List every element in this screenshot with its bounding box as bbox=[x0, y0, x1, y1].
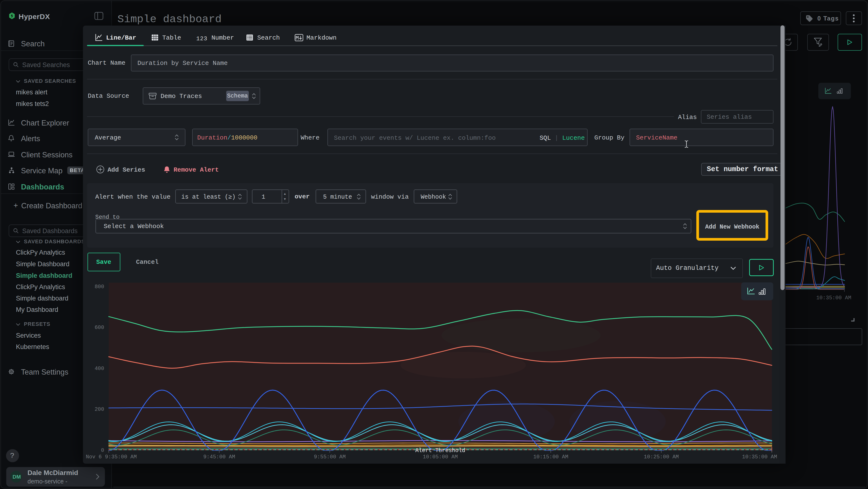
svg-text:800: 800 bbox=[94, 284, 104, 290]
svg-text:Nov 6 9:35:00 AM: Nov 6 9:35:00 AM bbox=[86, 454, 137, 460]
svg-text:10:05:00 AM: 10:05:00 AM bbox=[423, 454, 458, 460]
svg-text:9:45:00 AM: 9:45:00 AM bbox=[203, 454, 235, 460]
svg-text:10:25:00 AM: 10:25:00 AM bbox=[644, 454, 679, 460]
svg-text:10:35:00 AM: 10:35:00 AM bbox=[742, 454, 777, 460]
svg-text:200: 200 bbox=[94, 406, 104, 412]
svg-text:10:35:00 AM: 10:35:00 AM bbox=[816, 295, 851, 301]
svg-text:9:55:00 AM: 9:55:00 AM bbox=[314, 454, 346, 460]
svg-text:0: 0 bbox=[101, 448, 104, 454]
svg-text:Alert Threshold: Alert Threshold bbox=[415, 448, 465, 454]
svg-text:600: 600 bbox=[94, 325, 104, 331]
svg-text:10:15:00 AM: 10:15:00 AM bbox=[533, 454, 568, 460]
svg-text:400: 400 bbox=[94, 366, 104, 372]
